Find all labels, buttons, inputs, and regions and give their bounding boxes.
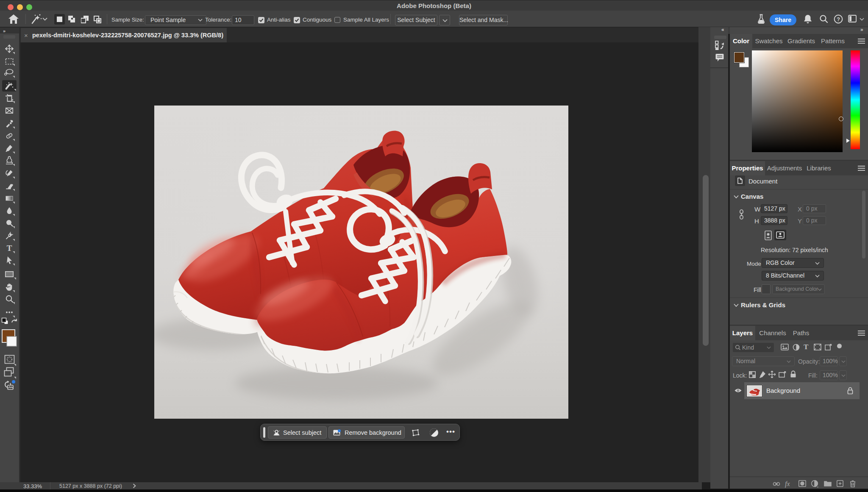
svg-text:fx: fx xyxy=(785,480,790,488)
svg-text:?: ? xyxy=(837,17,840,22)
svg-text:T: T xyxy=(7,244,12,253)
